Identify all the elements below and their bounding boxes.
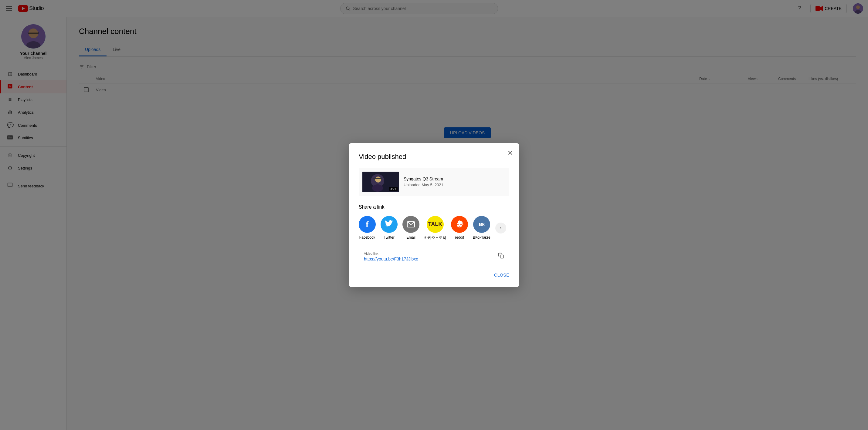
share-label: Share a link (359, 204, 509, 210)
svg-rect-30 (373, 178, 382, 179)
copy-icon (498, 253, 504, 259)
svg-point-38 (458, 221, 461, 224)
modal-title: Video published (359, 153, 509, 161)
reddit-label: reddit (455, 235, 464, 239)
twitter-icon (380, 216, 398, 233)
share-kakao[interactable]: TALK 카카오스토리 (424, 216, 446, 240)
share-facebook[interactable]: f Facebook (359, 216, 376, 239)
close-button[interactable]: CLOSE (494, 273, 509, 277)
share-icons: f Facebook Twitter (359, 216, 509, 240)
modal-footer: CLOSE (359, 273, 509, 277)
reddit-icon (451, 216, 468, 233)
twitter-label: Twitter (383, 235, 394, 239)
share-next-button[interactable]: › (495, 223, 506, 233)
share-vk[interactable]: вк ВКонтакте (473, 216, 491, 239)
svg-rect-39 (500, 255, 504, 258)
video-thumbnail: 0:27 (362, 172, 399, 192)
copy-link-button[interactable] (498, 253, 504, 260)
facebook-label: Facebook (359, 235, 375, 239)
share-reddit[interactable]: reddit (451, 216, 468, 239)
video-info: Syngates Q3 Stream Uploaded May 5, 2021 (404, 176, 443, 187)
email-icon (402, 216, 420, 233)
video-link-label: Video link (364, 252, 418, 255)
svg-point-28 (375, 176, 381, 183)
video-title: Syngates Q3 Stream (404, 176, 443, 181)
video-preview: 0:27 Syngates Q3 Stream Uploaded May 5, … (359, 168, 509, 196)
video-link-box: Video link https://youtu.be/F3h17JJlbxo (359, 248, 509, 265)
kakao-icon: TALK (427, 216, 444, 233)
modal-close-button[interactable]: ✕ (507, 149, 513, 157)
vk-icon: вк (473, 216, 490, 233)
video-upload-date: Uploaded May 5, 2021 (404, 183, 443, 187)
close-icon: ✕ (507, 149, 513, 157)
kakao-label: 카카오스토리 (424, 235, 446, 240)
vk-label: ВКонтакте (473, 235, 491, 239)
svg-point-34 (457, 224, 459, 225)
video-link-url[interactable]: https://youtu.be/F3h17JJlbxo (364, 257, 418, 261)
video-duration: 0:27 (389, 187, 398, 191)
chevron-right-icon: › (500, 225, 501, 231)
svg-point-36 (461, 221, 463, 223)
share-email[interactable]: Email (402, 216, 420, 239)
share-twitter[interactable]: Twitter (380, 216, 398, 239)
svg-point-29 (372, 185, 383, 192)
facebook-icon: f (359, 216, 376, 233)
video-published-modal: Video published ✕ 0:27 Syngates Q3 Strea… (349, 143, 519, 287)
email-label: Email (406, 235, 415, 239)
modal-overlay: Video published ✕ 0:27 Syngates Q3 Strea… (0, 0, 868, 430)
